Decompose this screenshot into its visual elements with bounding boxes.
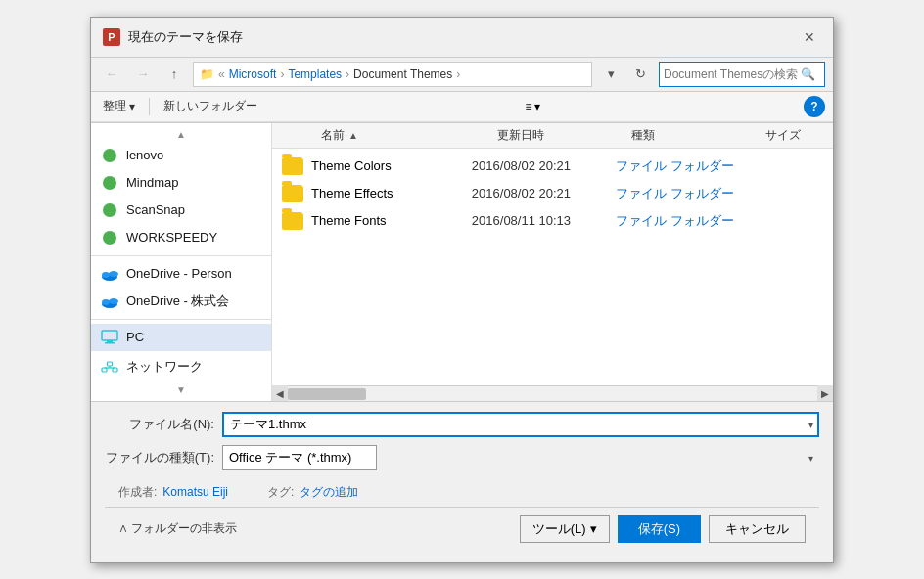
sidebar-label-workspeedy: WORKSPEEDY	[126, 230, 217, 245]
tools-button[interactable]: ツール(L) ▾	[520, 515, 610, 543]
file-date-theme-fonts: 2016/08/11 10:13	[464, 213, 608, 228]
up-button[interactable]: ↑	[162, 62, 187, 87]
col-type-header: 種類	[624, 127, 758, 144]
table-row[interactable]: Theme Colors 2016/08/02 20:21 ファイル フォルダー	[272, 153, 833, 180]
cancel-button[interactable]: キャンセル	[709, 515, 806, 543]
file-type-theme-effects: ファイル フォルダー	[608, 185, 752, 202]
sidebar-label-scansnap: ScanSnap	[126, 202, 185, 217]
new-folder-label: 新しいフォルダー	[163, 98, 257, 114]
organize-button[interactable]: 整理 ▾	[99, 96, 139, 116]
sidebar-label-onedrive-personal: OneDrive - Person	[126, 266, 232, 281]
filename-label: ファイル名(N):	[105, 416, 222, 433]
file-label-theme-fonts: Theme Fonts	[311, 213, 387, 228]
organize-label: 整理	[103, 98, 126, 114]
filetype-select[interactable]: Office テーマ (*.thmx)	[222, 445, 377, 470]
folder-toggle-button[interactable]: ∧ フォルダーの非表示	[118, 520, 237, 537]
col-date-header[interactable]: 更新日時	[489, 127, 624, 144]
sidebar-item-network[interactable]: ネットワーク	[91, 353, 271, 380]
back-button[interactable]: ←	[99, 62, 124, 87]
sidebar-item-scansnap[interactable]: ScanSnap	[91, 197, 271, 224]
table-row[interactable]: Theme Effects 2016/08/02 20:21 ファイル フォルダ…	[272, 180, 833, 207]
close-button[interactable]: ✕	[798, 25, 821, 49]
file-name-theme-fonts: Theme Fonts	[272, 212, 464, 230]
file-toolbar: 整理 ▾ 新しいフォルダー ≡ ▾ ?	[91, 92, 833, 122]
forward-button[interactable]: →	[130, 62, 156, 87]
sidebar: ▲ lenovo Mindmap ScanSnap WORKSPEEDY	[91, 123, 272, 401]
file-name-theme-colors: Theme Colors	[272, 157, 464, 175]
search-box: 🔍	[659, 62, 825, 87]
bottom-area: ファイル名(N): ▾ ファイルの種類(T): Office テーマ (*.th…	[91, 401, 833, 562]
svg-point-2	[109, 271, 118, 277]
file-type-theme-colors: ファイル フォルダー	[608, 157, 752, 175]
file-name-theme-effects: Theme Effects	[272, 185, 464, 202]
app-icon: P	[103, 28, 120, 46]
view-button[interactable]: ≡ ▾	[520, 97, 544, 116]
file-list: Theme Colors 2016/08/02 20:21 ファイル フォルダー…	[272, 149, 833, 385]
file-label-theme-effects: Theme Effects	[311, 186, 393, 200]
sidebar-item-onedrive-personal[interactable]: OneDrive - Person	[91, 260, 271, 288]
breadcrumb-microsoft[interactable]: Microsoft	[229, 67, 277, 81]
scroll-right-button[interactable]: ▶	[817, 385, 833, 401]
author-value[interactable]: Komatsu Eiji	[162, 485, 228, 499]
svg-point-4	[102, 299, 110, 305]
tags-label: タグ:	[267, 484, 294, 501]
filename-input[interactable]	[222, 412, 819, 437]
sidebar-scroll-arrow-down[interactable]: ▼	[91, 382, 271, 397]
tags-value[interactable]: タグの追加	[300, 484, 358, 501]
sidebar-item-lenovo[interactable]: lenovo	[91, 142, 271, 169]
file-date-theme-effects: 2016/08/02 20:21	[464, 186, 608, 200]
breadcrumb-dropdown[interactable]: ▾	[598, 62, 624, 87]
scroll-thumb[interactable]	[288, 388, 366, 400]
svg-rect-8	[105, 342, 115, 344]
breadcrumb-sep3: ›	[346, 67, 349, 81]
breadcrumb-sep1: «	[218, 67, 225, 81]
search-input[interactable]	[664, 67, 801, 81]
svg-rect-10	[113, 368, 117, 372]
toolbar2-separator	[149, 98, 150, 115]
sidebar-label-mindmap: Mindmap	[126, 175, 178, 190]
filename-dropdown-arrow[interactable]: ▾	[808, 419, 813, 429]
file-label-theme-colors: Theme Colors	[311, 158, 392, 173]
sidebar-item-onedrive-company[interactable]: OneDrive - 株式会	[91, 288, 271, 315]
scroll-track[interactable]	[288, 386, 817, 401]
sidebar-item-pc[interactable]: PC	[91, 324, 271, 351]
search-icon[interactable]: 🔍	[801, 67, 815, 81]
horizontal-scrollbar[interactable]: ◀ ▶	[272, 385, 833, 401]
main-panel: 名前 ▲ 更新日時 種類 サイズ Theme Colors	[272, 123, 833, 401]
col-name-sort: ▲	[348, 130, 358, 141]
col-size-label: サイズ	[765, 128, 801, 142]
sidebar-item-mindmap[interactable]: Mindmap	[91, 169, 271, 197]
title-bar: P 現在のテーマを保存 ✕	[91, 18, 833, 58]
col-name-label: 名前	[321, 127, 345, 144]
dialog-title: 現在のテーマを保存	[128, 28, 243, 46]
breadcrumb[interactable]: 📁 « Microsoft › Templates › Document The…	[193, 62, 592, 87]
sidebar-scroll-down[interactable]: ネットワーク	[91, 351, 271, 382]
breadcrumb-sep2: ›	[280, 67, 284, 81]
onedrive-company-icon	[101, 292, 118, 310]
col-size-header: サイズ	[758, 127, 833, 144]
svg-rect-7	[107, 340, 113, 342]
col-name-header[interactable]: 名前 ▲	[272, 127, 489, 144]
view-arrow: ▾	[534, 100, 540, 113]
svg-rect-9	[102, 368, 107, 372]
save-button[interactable]: 保存(S)	[618, 515, 701, 543]
sidebar-divider1	[91, 255, 271, 256]
sidebar-scroll-up[interactable]: ▲	[91, 127, 271, 142]
help-button[interactable]: ?	[804, 96, 825, 117]
scroll-left-button[interactable]: ◀	[272, 385, 288, 401]
svg-rect-11	[108, 362, 113, 366]
view-icon: ≡	[525, 100, 531, 113]
breadcrumb-templates[interactable]: Templates	[288, 67, 342, 81]
breadcrumb-sep4: ›	[456, 67, 460, 81]
file-type-theme-fonts: ファイル フォルダー	[608, 212, 752, 230]
tools-label: ツール(L)	[532, 520, 586, 538]
action-buttons: ツール(L) ▾ 保存(S) キャンセル	[520, 515, 806, 543]
filetype-arrow: ▾	[808, 452, 813, 463]
table-row[interactable]: Theme Fonts 2016/08/11 10:13 ファイル フォルダー	[272, 207, 833, 235]
refresh-button[interactable]: ↻	[627, 62, 653, 87]
title-bar-left: P 現在のテーマを保存	[103, 28, 243, 46]
sidebar-item-workspeedy[interactable]: WORKSPEEDY	[91, 224, 271, 251]
organize-arrow: ▾	[129, 100, 135, 113]
col-date-label: 更新日時	[497, 128, 544, 142]
new-folder-button[interactable]: 新しいフォルダー	[160, 96, 261, 116]
